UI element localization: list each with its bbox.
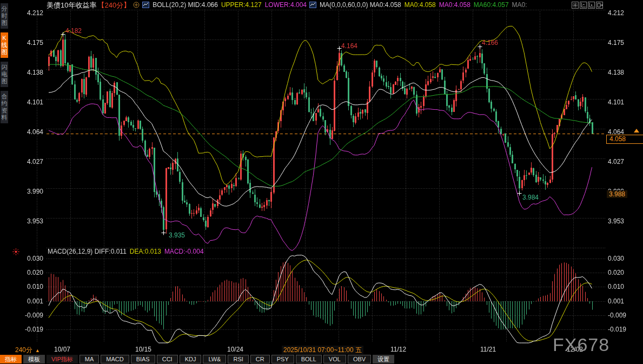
toolbar-button-设置[interactable]: 设置 <box>373 355 394 363</box>
time-axis-tick[interactable]: 10/15 <box>135 346 151 353</box>
toolbar-button-指标[interactable]: 指标 <box>0 355 22 363</box>
price-axis-label-right: 4.175 <box>608 39 624 46</box>
sidebar-tab-char: 图 <box>1 78 8 85</box>
sidebar-tab-char: 图 <box>1 49 8 56</box>
toolbar-button-VOL[interactable]: VOL <box>323 355 346 363</box>
macd-axis-label-right: 0.001 <box>608 298 624 305</box>
price-axis-label-right: 4.138 <box>608 69 624 76</box>
macd-axis-label-right: -0.009 <box>608 312 626 319</box>
time-axis-tick[interactable]: 11/21 <box>480 346 496 353</box>
toolbar-button-VIP指标[interactable]: VIP指标 <box>47 355 78 363</box>
window-toolbar-icons <box>572 2 603 9</box>
price-annotation: 4.166 <box>482 39 498 47</box>
toolbar-button-MACD[interactable]: MACD <box>101 355 129 363</box>
toolbar-button-BIAS[interactable]: BIAS <box>131 355 155 363</box>
axis-zoom-icon[interactable] <box>580 2 587 9</box>
sidebar-tab-char: 时 <box>1 12 8 19</box>
axis-play-icon[interactable] <box>588 2 595 9</box>
time-axis-tick[interactable]: 11/12 <box>390 346 406 353</box>
instrument-title: 美债10年收益率 <box>47 1 96 9</box>
price-annotation: 3.984 <box>522 194 539 201</box>
macd-dea-legend: DEA:0.013 <box>130 248 161 255</box>
time-axis-tick[interactable]: 10/07 <box>54 346 70 353</box>
ma-green-legend: MA60:4.057 <box>474 1 509 9</box>
sidebar-tab-char: 电 <box>1 71 8 78</box>
ma-mini-chart-icon[interactable] <box>309 2 316 10</box>
ma-yellow-legend: MA0:4.058 <box>405 1 436 9</box>
sidebar-tab-char: 资 <box>1 107 8 114</box>
ma-legend: MA(0,0,0,60,0,0) MA0:4.058 <box>320 1 401 9</box>
crosshair-icon[interactable] <box>572 2 579 9</box>
price-annotation: 4.164 <box>341 43 357 50</box>
sidebar-tab-1[interactable]: 分时图 <box>1 3 8 29</box>
price-axis-label-right: 3.953 <box>608 218 624 224</box>
ma-gray-legend: MA0: <box>512 1 527 9</box>
trading-app: 分时图K线图闪电图合约资料 美债10年收益率【240分】BOLL(20,2) M… <box>0 0 643 364</box>
macd-value-legend: MACD:-0.004 <box>164 248 204 255</box>
boll-lower-legend: LOWER:4.004 <box>265 1 307 9</box>
sidebar-tab-3[interactable]: 闪电图 <box>1 62 8 87</box>
macd-axis-label-right: -0.019 <box>608 326 626 333</box>
toolbar-button-MA[interactable]: MA <box>79 355 100 363</box>
sidebar-tab-char: 分 <box>1 5 8 12</box>
indicator-toolbar: 指标模板VIP指标MAMACDBIASCCIKDJLW&RSICRPSYBOLL… <box>0 354 643 364</box>
band-price-tag: 3.988 <box>607 190 627 198</box>
time-axis-tick[interactable]: 10/24 <box>227 346 243 353</box>
toolbar-button-LW&[interactable]: LW& <box>203 355 226 363</box>
last-price-tag: 4.058 <box>606 135 643 144</box>
toolbar-button-PSY[interactable]: PSY <box>271 355 294 363</box>
toolbar-button-CCI[interactable]: CCI <box>157 355 178 363</box>
macd-legend: MACD(26,12,9) DIFF:0.011DEA:0.013MACD:-0… <box>48 248 204 255</box>
indicator-settings-icon[interactable] <box>12 248 20 258</box>
chart-canvas[interactable] <box>0 0 643 364</box>
last-price-value: 4.058 <box>609 135 626 143</box>
sidebar-tab-char: 图 <box>1 19 8 27</box>
macd-axis-label-right: 0.010 <box>608 283 624 290</box>
price-axis-label-right: 4.027 <box>608 158 624 165</box>
export-icon[interactable] <box>596 2 603 9</box>
toolbar-button-RSI[interactable]: RSI <box>228 355 248 363</box>
price-annotation: 4.182 <box>65 28 82 35</box>
price-axis-label-right: 4.212 <box>608 10 624 16</box>
boll-upper-legend: UPPER:4.127 <box>221 1 262 9</box>
scroll-latest-icon[interactable] <box>634 129 639 133</box>
toolbar-button-OBV[interactable]: OBV <box>348 355 371 363</box>
boll-legend: BOLL(20,2) MID:4.066 <box>153 1 218 9</box>
toolbar-button-KDJ[interactable]: KDJ <box>180 355 202 363</box>
macd-axis-label-right: 0.030 <box>608 255 624 262</box>
sidebar-tab-char: 约 <box>1 100 8 107</box>
sidebar-tab-char: 料 <box>1 114 8 121</box>
sidebar-tab-char: K <box>1 35 8 42</box>
circle-plus-icon[interactable] <box>133 2 140 10</box>
time-axis: 10/0710/1510/242025/10/31 07:00~11:00 五1… <box>0 345 643 354</box>
toolbar-button-CR[interactable]: CR <box>250 355 270 363</box>
watermark: FX678 <box>553 334 609 355</box>
left-sidebar: 分时图K线图闪电图合约资料 <box>0 0 8 346</box>
period-selector[interactable]: 240分▲ <box>15 346 40 355</box>
sidebar-tab-4[interactable]: 合约资料 <box>1 91 8 123</box>
price-annotation: 3.935 <box>169 232 185 239</box>
ma-magenta-legend: MA0:4.058 <box>439 1 470 9</box>
chevron-up-icon: ▲ <box>35 348 40 353</box>
toolbar-button-模板[interactable]: 模板 <box>23 355 45 363</box>
chart-header: 美债10年收益率【240分】BOLL(20,2) MID:4.066UPPER:… <box>47 1 527 9</box>
sidebar-tab-2[interactable]: K线图 <box>1 32 8 58</box>
toolbar-button-BOLL[interactable]: BOLL <box>296 355 322 363</box>
period-tag[interactable]: 【240分】 <box>97 1 130 9</box>
sidebar-tab-char: 线 <box>1 42 8 49</box>
sidebar-tab-char: 合 <box>1 93 8 100</box>
boll-mini-chart-icon[interactable] <box>142 2 149 10</box>
macd-diff-legend: MACD(26,12,9) DIFF:0.011 <box>48 248 127 255</box>
sidebar-tab-char: 闪 <box>1 64 8 71</box>
time-axis-highlight[interactable]: 2025/10/31 07:00~11:00 五 <box>282 346 363 355</box>
period-selector-label: 240分 <box>15 346 32 354</box>
macd-axis-label-right: 0.020 <box>608 269 624 276</box>
price-axis-label-right: 4.101 <box>608 99 624 105</box>
